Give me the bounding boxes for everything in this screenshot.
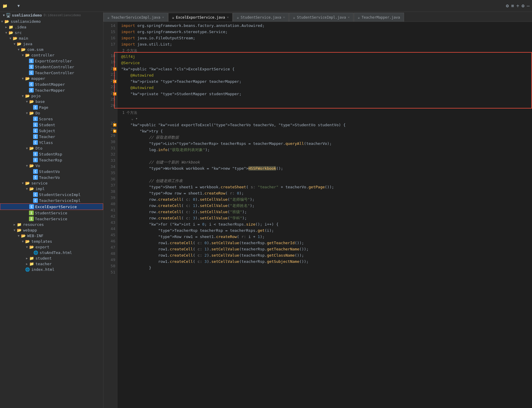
tab-teachermapper[interactable]: ☕TeacherMapper.java (354, 13, 404, 22)
tree-arrow-WEB-INF[interactable]: ▼ (17, 234, 21, 237)
tree-arrow-controller[interactable]: ▼ (21, 54, 25, 57)
project-label[interactable] (10, 5, 13, 7)
list-icon[interactable]: ≡ (511, 3, 514, 9)
code-line-info-15: ⌄ ▾ (121, 116, 532, 122)
sidebar-item-StudentService[interactable]: IStudentService (0, 210, 103, 216)
settings-icon[interactable]: ⚙ (506, 3, 509, 9)
tree-label-templates: templates (31, 239, 103, 244)
tree-arrow-webapp[interactable]: ▼ (12, 229, 17, 232)
sidebar-item-TeacherMapper[interactable]: CTeacherMapper (0, 87, 103, 93)
fold-arrow[interactable]: ⌄ ▾ (130, 116, 138, 122)
code-content-20: "kw">public "kw">class "cls">ExcelExport… (121, 66, 235, 72)
tab-close-button[interactable]: × (227, 15, 229, 19)
sidebar-item-controller[interactable]: ▼📂controller (0, 52, 103, 58)
sidebar-item-mapper[interactable]: ▼📂mapper (0, 76, 103, 81)
tree-arrow-root[interactable]: ▼ (0, 20, 4, 23)
tab-excelexportservice[interactable]: ☕ExcelExportService.java× (168, 13, 233, 22)
sidebar-item-TeacherRsp[interactable]: CTeacherRsp (0, 157, 103, 163)
sidebar-item-pojo[interactable]: ▼📂pojo (0, 93, 103, 99)
gutter-icon-20[interactable]: 🔽 (113, 66, 116, 72)
tree-arrow-impl[interactable]: ▼ (25, 187, 29, 190)
sidebar-item-student-folder[interactable]: ▶📁student (0, 255, 103, 261)
split-icon[interactable]: ÷ (516, 3, 519, 9)
sidebar-item-StudentController[interactable]: CStudentController (0, 64, 103, 70)
sidebar-item-src[interactable]: ▼📂src (0, 30, 103, 35)
sidebar-root[interactable]: ▼ 🖥️ ssmlianxidemo D:ideassmlianxidemo (0, 12, 103, 19)
tree-type-icon-base: 📂 (29, 99, 34, 104)
tree-arrow-mapper[interactable]: ▼ (21, 77, 25, 80)
sidebar-item-export[interactable]: ▼📂export (0, 244, 103, 250)
sidebar-item-StudentVo[interactable]: CStudentVo (0, 169, 103, 174)
sidebar-item-java[interactable]: ▼📂java (0, 41, 103, 47)
minimize-icon[interactable]: — (527, 3, 530, 9)
sidebar-item-Vo[interactable]: ▼📂Vo (0, 163, 103, 169)
sidebar-item-TeacherServiceImpl[interactable]: CTeacherServiceImpl (0, 197, 103, 203)
sidebar-item-main[interactable]: ▼📂main (0, 35, 103, 41)
tree-arrow-idea[interactable]: ▶ (4, 25, 8, 29)
sidebar-item-StudentServiceImpl[interactable]: CStudentServiceImpl (0, 192, 103, 197)
sidebar-item-index.html[interactable]: 🌐index.html (0, 267, 103, 272)
tree-type-icon-Teacher: C (33, 134, 38, 139)
sidebar-item-YClass[interactable]: CYClass (0, 140, 103, 145)
sidebar-item-StudentRsp[interactable]: CStudentRsp (0, 151, 103, 157)
tree-arrow-java[interactable]: ▼ (12, 42, 17, 46)
sidebar-item-com.ssm[interactable]: ▼📂com.ssm (0, 47, 103, 52)
tab-studentservice[interactable]: ☕StudentService.java× (233, 13, 289, 22)
sidebar-item-TeacherController[interactable]: CTeacherController (0, 70, 103, 76)
tree-arrow-main[interactable]: ▼ (8, 37, 12, 40)
sidebar-item-idea[interactable]: ▶📁.idea (0, 24, 103, 30)
tree-arrow-service[interactable]: ▼ (21, 182, 25, 185)
sidebar-item-Teacher[interactable]: CTeacher (0, 134, 103, 140)
sidebar-item-Do[interactable]: ▼📂Do (0, 110, 103, 116)
sidebar-item-stuAndTea.html[interactable]: 🌐stuAndTea.html (0, 250, 103, 255)
tree-arrow-src[interactable]: ▼ (4, 31, 8, 34)
dropdown-icon[interactable]: ▼ (16, 3, 22, 9)
tab-close-button[interactable]: × (348, 15, 350, 19)
tab-close-button[interactable]: × (283, 15, 285, 19)
tree-arrow-com.ssm[interactable]: ▼ (17, 48, 21, 51)
gear-icon[interactable]: ⚙ (522, 3, 525, 9)
tree-label-student-folder: student (35, 256, 103, 260)
gutter-icon-24[interactable]: 🔽 (113, 91, 116, 97)
tree-arrow-resources[interactable]: ▶ (12, 223, 17, 226)
editor-content[interactable]: 1415161718192021222324252627282930313233… (103, 22, 532, 408)
tree-arrow-Dto[interactable]: ▼ (25, 147, 29, 150)
sidebar-item-templates[interactable]: ▼📂templates (0, 239, 103, 244)
sidebar-item-ExportController[interactable]: CExportController (0, 58, 103, 64)
sidebar-item-WEB-INF[interactable]: ▼📂WEB-INF (0, 233, 103, 239)
tab-label: StudentServiceImpl.java (297, 15, 346, 20)
gutter-icon-22[interactable]: 🔽 (113, 78, 116, 85)
sidebar-item-impl[interactable]: ▼📂impl (0, 186, 103, 192)
code-line-24: 🔽 "kw">private "type">StudentMapper stud… (121, 91, 532, 97)
line-num-38: 38 (103, 188, 115, 195)
gutter-icon-28[interactable]: 🔽 (113, 128, 116, 134)
sidebar-item-Scores[interactable]: CScores (0, 116, 103, 122)
sidebar-item-webapp[interactable]: ▼📂webapp (0, 227, 103, 233)
tree-arrow-pojo[interactable]: ▼ (21, 94, 25, 98)
sidebar-item-TeacherVo[interactable]: CTeacherVo (0, 174, 103, 180)
sidebar-item-Page[interactable]: CPage (0, 104, 103, 110)
sidebar-item-service[interactable]: ▼📂service (0, 180, 103, 186)
tree-arrow-templates[interactable]: ▼ (21, 240, 25, 243)
tree-arrow-teacher-folder[interactable]: ▶ (25, 262, 29, 265)
sidebar-item-Subject[interactable]: CSubject (0, 128, 103, 134)
sidebar-item-ExcelExportService[interactable]: CExcelExportService (0, 203, 103, 210)
sidebar-item-StudentMapper[interactable]: CStudentMapper (0, 81, 103, 87)
tab-close-button[interactable]: × (162, 15, 164, 19)
sidebar-item-base[interactable]: ▼📂base (0, 99, 103, 104)
tab-studentserviceimpl[interactable]: ☕StudentServiceImpl.java× (289, 13, 353, 22)
tree-arrow-export[interactable]: ▼ (25, 245, 29, 249)
tree-arrow-Vo[interactable]: ▼ (25, 164, 29, 167)
sidebar-item-Dto[interactable]: ▼📂Dto (0, 145, 103, 151)
sidebar-item-TeacherService[interactable]: ITeacherService (0, 216, 103, 222)
sidebar-item-root[interactable]: ▼📂ssmlianxidemo (0, 19, 103, 24)
sidebar-item-resources[interactable]: ▶📁resources (0, 222, 103, 227)
tree-arrow-student-folder[interactable]: ▶ (25, 257, 29, 260)
tree-arrow-Do[interactable]: ▼ (25, 111, 29, 115)
tree-arrow-base[interactable]: ▼ (25, 100, 29, 103)
tab-teacherserviceimpl[interactable]: ☕TeacherServiceImpl.java× (103, 13, 168, 22)
tree-type-icon-Subject: C (33, 128, 38, 133)
sidebar-item-teacher-folder[interactable]: ▶📁teacher (0, 261, 103, 267)
sidebar-item-Student[interactable]: CStudent (0, 122, 103, 128)
gutter-icon-27[interactable]: 🔽 (113, 122, 116, 128)
